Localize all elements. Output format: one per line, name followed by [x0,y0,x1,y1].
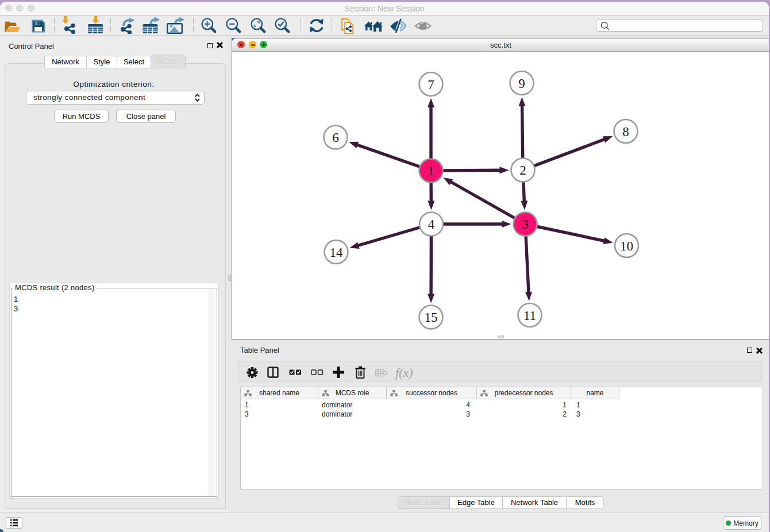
svg-text:4: 4 [428,217,435,232]
svg-text:8: 8 [622,125,629,139]
svg-text:11: 11 [523,309,536,323]
svg-text:3: 3 [522,217,529,232]
svg-text:1: 1 [428,164,434,178]
svg-text:2: 2 [519,163,526,178]
svg-text:9: 9 [518,76,525,91]
svg-text:14: 14 [330,245,344,260]
svg-text:7: 7 [428,78,434,92]
svg-text:10: 10 [620,239,633,253]
svg-text:6: 6 [332,130,339,145]
svg-text:15: 15 [425,310,438,325]
